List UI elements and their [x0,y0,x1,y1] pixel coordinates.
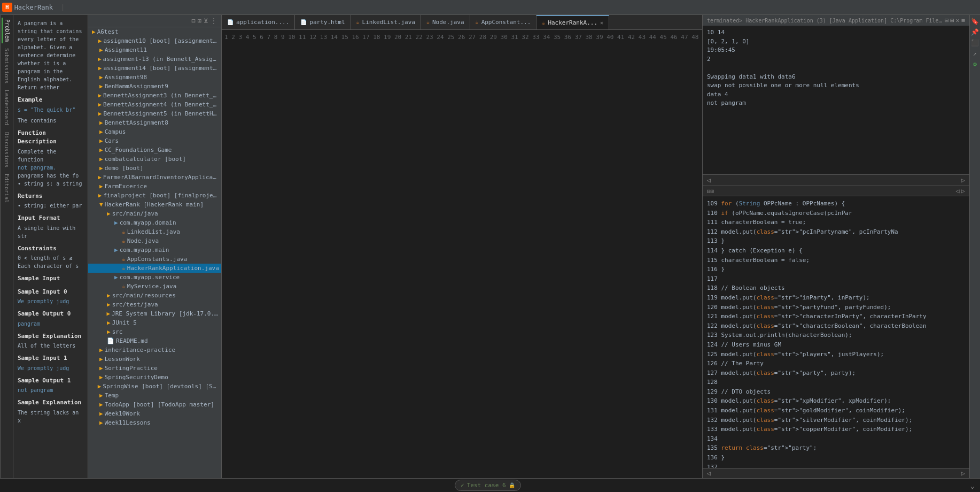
console-maximize-icon[interactable]: ⊞ [950,17,954,24]
tree-item[interactable]: ▶ SpringWise [boot] [devtools] [SpringWi… [88,382,221,391]
tree-item[interactable]: ▶ assignment14 [boot] [assignment14 main… [88,64,221,73]
tree-item[interactable]: ▶ TodoApp [boot] [TodoApp master] [88,400,221,409]
bottom-code-line: 122 model.put(class="str">"characterBool… [707,321,965,331]
console-more-icon[interactable]: ≡ [961,17,965,24]
console-line: 10 14 [707,28,965,37]
bottom-code-line: 131 model.put(class="str">"goldModifier"… [707,406,965,416]
tree-item[interactable]: ▶ Assignment11 [88,45,221,55]
tree-item[interactable]: ▶ JUnit 5 [88,318,221,327]
bottom-code-line: 115 characterBoolean = false; [707,256,965,265]
tab-node[interactable]: ☕ Node.java [421,15,470,29]
tree-item[interactable]: ☕ MyService.java [88,282,221,291]
tab-linkedlist[interactable]: ☕ LinkedList.java [351,15,421,29]
tree-item[interactable]: ▶ Cars [88,136,221,145]
console-line: [0, 2, 1, 0] [707,37,965,47]
expand-all-icon[interactable]: ⊞ [198,17,201,25]
tree-item[interactable]: ▶ src/test/java [88,300,221,309]
tree-item[interactable]: ▶ SortingPractice [88,364,221,373]
bottom-panel-footer-right[interactable]: ▷ [961,470,965,477]
editor-content: 1 2 3 4 5 6 7 8 9 10 11 12 13 14 15 16 1… [222,30,702,478]
tab-party-html[interactable]: 📄 party.html [295,15,351,29]
tree-item[interactable]: ▶ src/main/java [88,209,221,218]
code-bottom-content[interactable]: 109 for (String OPPcName : OPPcNames) {1… [703,196,969,468]
tree-item[interactable]: ☕ AppConstants.java [88,255,221,264]
filter-icon[interactable]: ⊻ [204,17,208,25]
sample-output-1-val: not pangram [18,386,83,394]
gear-icon[interactable]: ⚙ [973,60,977,68]
tree-item[interactable]: ▶ Temp [88,391,221,400]
tree-item[interactable]: ▶ assignment10 [boot] [assignment10 main… [88,36,221,45]
sidebar-item-discussions[interactable]: Discussions [2,130,11,169]
test-case-badge[interactable]: ✓ Test case 6 🔒 [455,480,520,491]
tree-item[interactable]: ▶ FarmExcerice [88,182,221,191]
tree-item[interactable]: ▶ Week10Work [88,409,221,418]
sidebar-item-editorial[interactable]: Editorial [2,172,11,204]
tree-item[interactable]: ☕ HackerRankApplication.java [88,264,221,273]
sidebar-item-problem[interactable]: Problem [2,18,12,43]
tab-appconstants[interactable]: ☕ AppConstant... [470,15,537,29]
arrow-icon[interactable]: ↗ [973,50,977,57]
tree-item[interactable]: ▶ inheritance-practice [88,345,221,355]
bottom-scroll-left[interactable]: ◁ [956,187,960,195]
tree-item[interactable]: ▶ FarmerAlBarnardInventoryApplication (i… [88,173,221,182]
bookmark-icon[interactable]: 🔖 [971,18,979,25]
pin-icon[interactable]: 📌 [971,28,979,36]
sidebar-item-submissions[interactable]: Submissions [2,47,11,85]
tree-item[interactable]: ▼ HackerRank [HackerRank main] [88,200,221,209]
tree-item[interactable]: ▶ assignment-13 (in Bennett_Assignment13… [88,55,221,64]
tree-item[interactable]: ▶ CC_Foundations_Game [88,145,221,155]
tree-item[interactable]: ▶ LessonWork [88,355,221,364]
tree-item[interactable]: ▶ Week11Lessons [88,418,221,427]
bottom-code-line: 136 } [707,453,965,463]
more-icon[interactable]: ⋮ [211,17,217,25]
tab-hackerrank-active[interactable]: ☕ HackerRankA... ✕ [536,15,609,29]
bottom-scroll-right[interactable]: ▷ [961,187,965,195]
bottom-code-line: 135 return class="str">"party"; [707,443,965,453]
tree-item[interactable]: ▶ src [88,327,221,336]
tree-item[interactable]: ▶ Assignment98 [88,73,221,82]
sidebar-item-leaderboard[interactable]: Leaderboard [2,88,11,127]
tree-item[interactable]: ☕ LinkedList.java [88,227,221,236]
console-bottom-icon-right[interactable]: ▷ [961,176,965,184]
main-layout: Problem Submissions Leaderboard Discussi… [0,15,980,478]
tree-item[interactable]: ▶ demo [boot] [88,164,221,173]
test-case-label: Test case 6 [467,482,506,489]
bottom-bar: ✓ Test case 6 🔒 ⌄ [0,478,980,492]
sample-input-0-label: Sample Input 0 [18,288,83,297]
hackerrank-sidebar: Problem Submissions Leaderboard Discussi… [0,15,13,478]
tree-item[interactable]: ▶ com.myapp.main [88,245,221,255]
console-close-icon[interactable]: ✕ [956,17,960,24]
console-bottom-icon-left[interactable]: ◁ [707,176,711,184]
tree-item[interactable]: ▶ SpringSecurityDemo [88,373,221,382]
bottom-panel-footer-left[interactable]: ◁ [707,470,711,477]
tree-item[interactable]: ▶ BennettAssignment4 (in Bennett_Assignm… [88,100,221,109]
tab-application[interactable]: 📄 application.... [222,15,295,29]
tree-item[interactable]: ▶ A6test [88,27,221,36]
returns-label: Returns [18,192,83,201]
bottom-expand-icon[interactable]: ⌄ [970,481,975,490]
tree-item[interactable]: ▶ BennettAssignment5 (in BennettH_Assign… [88,109,221,118]
bottom-code-line: 137 [707,463,965,468]
tree-item[interactable]: ▶ BennettAssignment3 (in Bennett_Assignm… [88,91,221,100]
collapse-all-icon[interactable]: ⊟ [192,17,196,25]
tree-item[interactable]: ▶ Campus [88,127,221,136]
tree-item[interactable]: ▶ com.myapp.service [88,273,221,282]
constraint2: Each character of s [18,262,83,270]
tree-item[interactable]: ▶ finalproject [boot] [finalproject main… [88,191,221,200]
sample-input-label: Sample Input [18,274,83,283]
bottom-code-line: 112 model.put(class="str">"pcInPartyname… [707,227,965,237]
tree-item[interactable]: ▶ JRE System Library [jdk-17.0.5] [88,309,221,318]
tree-item[interactable]: ▶ BennettAssignment8 [88,118,221,127]
console-minimize-icon[interactable]: ⊟ [945,17,948,24]
tree-item[interactable]: ▶ combatcalculator [boot] [88,155,221,164]
tree-item[interactable]: 📄 README.md [88,336,221,345]
line-numbers: 1 2 3 4 5 6 7 8 9 10 11 12 13 14 15 16 1… [222,30,702,478]
tree-item[interactable]: ▶ BenHammAssignment9 [88,82,221,91]
tree-item[interactable]: ☕ Node.java [88,236,221,245]
close-tab-icon[interactable]: ✕ [600,20,603,26]
editor-area: 📄 application.... 📄 party.html ☕ LinkedL… [222,15,702,478]
tree-item[interactable]: ▶ src/main/resources [88,291,221,300]
tree-item[interactable]: ▶ com.myapp.domain [88,218,221,227]
constraints-label: Constraints [18,244,83,253]
terminal-icon[interactable]: ⬛ [971,39,979,47]
